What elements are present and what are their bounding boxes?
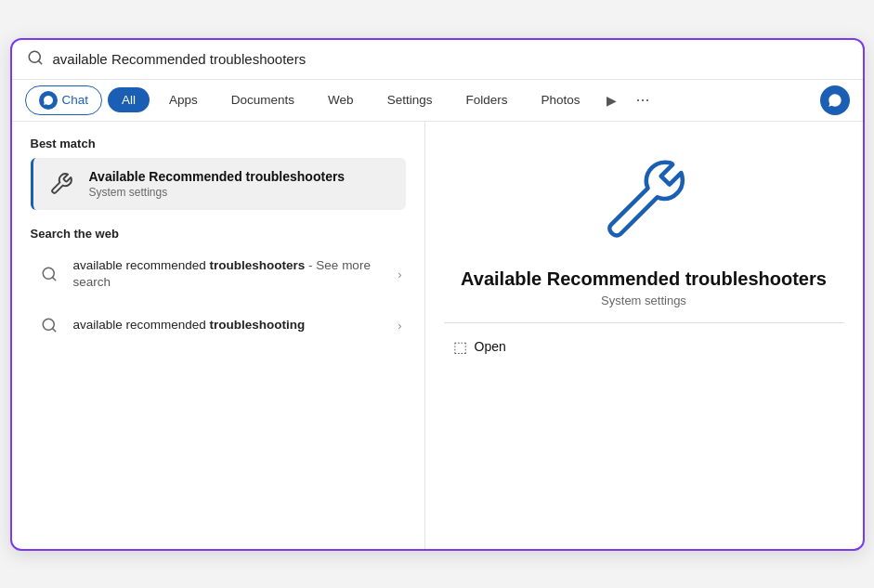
tab-apps[interactable]: Apps [155,87,212,112]
tab-chat[interactable]: Chat [25,85,103,115]
tab-documents[interactable]: Documents [217,87,308,112]
tab-photos-label: Photos [541,93,580,107]
best-match-subtitle: System settings [89,186,346,199]
web-result-2-normal: available recommended [73,318,210,332]
right-panel: Available Recommended troubleshooters Sy… [425,122,863,549]
web-search-heading: Search the web [31,227,406,241]
web-result-1-normal: available recommended [73,258,210,272]
cortana-button[interactable] [820,85,850,115]
search-icon-1 [34,259,64,289]
best-match-title: Available Recommended troubleshooters [89,169,346,184]
best-match-heading: Best match [31,137,406,150]
detail-subtitle: System settings [601,294,686,307]
tab-folders[interactable]: Folders [451,87,521,112]
tab-folders-label: Folders [465,93,507,107]
tab-documents-label: Documents [231,93,294,107]
best-match-text: Available Recommended troubleshooters Sy… [89,169,346,199]
web-result-1[interactable]: available recommended troubleshooters - … [31,248,406,302]
cortana-icon [828,93,842,108]
open-icon: ⬚ [453,338,467,356]
search-container: Chat All Apps Documents Web Settings Fol… [10,38,865,551]
web-result-2-text: available recommended troubleshooting [73,317,398,334]
divider [444,322,844,323]
best-match-item[interactable]: Available Recommended troubleshooters Sy… [31,158,406,210]
svg-line-5 [52,329,55,332]
search-input[interactable] [53,51,848,67]
web-result-2-bold: troubleshooting [210,318,306,332]
search-icon [27,49,44,70]
tab-apps-label: Apps [169,93,198,107]
left-panel: Best match Available Recommended trouble… [12,122,425,549]
tab-all[interactable]: All [108,87,150,112]
play-button[interactable]: ▶ [599,89,624,111]
svg-line-1 [38,60,41,63]
detail-title: Available Recommended troubleshooters [461,268,827,290]
tab-web[interactable]: Web [314,87,368,112]
main-content: Best match Available Recommended trouble… [12,122,863,549]
tab-settings[interactable]: Settings [373,87,447,112]
search-icon-2 [34,310,64,340]
search-bar [12,40,863,80]
svg-line-3 [52,278,55,281]
wrench-icon-small [45,167,78,201]
chevron-icon-2: › [398,319,401,333]
tab-chat-label: Chat [62,93,89,107]
open-label: Open [475,339,506,354]
web-result-2[interactable]: available recommended troubleshooting › [31,301,406,349]
filter-bar: Chat All Apps Documents Web Settings Fol… [12,80,863,122]
web-result-1-text: available recommended troubleshooters - … [73,257,398,293]
wrench-icon-large [593,150,695,252]
tab-settings-label: Settings [387,93,433,107]
tab-photos[interactable]: Photos [527,87,594,112]
more-button[interactable]: ··· [630,86,655,113]
tab-all-label: All [122,93,136,107]
chat-icon-circle [39,91,58,110]
web-result-1-bold: troubleshooters [210,258,306,272]
tab-web-label: Web [328,93,354,107]
open-button[interactable]: ⬚ Open [444,338,515,356]
chevron-icon-1: › [398,268,401,281]
